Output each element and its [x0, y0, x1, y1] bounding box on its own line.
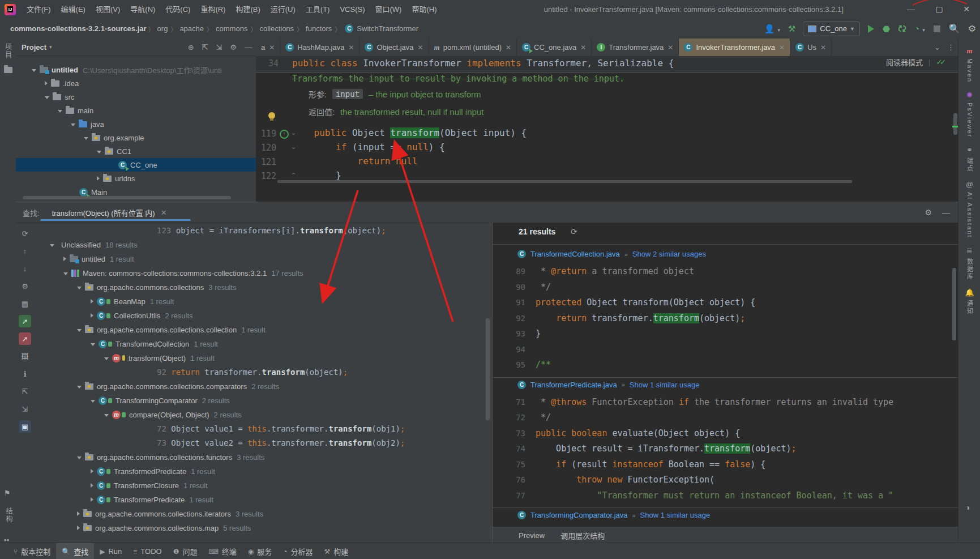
- menu-B[interactable]: 构建(B): [230, 0, 265, 19]
- find-tree-row[interactable]: CCollectionUtils2 results: [91, 309, 193, 322]
- tab-options-kebab-icon[interactable]: ⋮: [947, 43, 955, 52]
- run-icon[interactable]: [868, 25, 874, 33]
- tree-vertical-scrollbar[interactable]: [486, 318, 490, 420]
- find-tree-row[interactable]: CTransformerClosure1 result: [91, 479, 208, 492]
- project-tree-row[interactable]: CCC_one: [16, 158, 256, 172]
- structure-stripe-tab[interactable]: 结构: [4, 507, 14, 525]
- preview-tab-Preview[interactable]: Preview: [519, 531, 545, 540]
- debug-icon[interactable]: ⬣: [883, 24, 890, 34]
- status-item-分析器[interactable]: ◔分析器: [277, 543, 318, 559]
- chevron-collapsed-icon[interactable]: [91, 299, 93, 304]
- find-tree-row[interactable]: CTransformedPredicate1 result: [91, 464, 215, 478]
- find-tree-row[interactable]: org.apache.commons.collections.map5 resu…: [77, 521, 251, 535]
- chevron-expanded-icon[interactable]: [104, 357, 109, 360]
- stripe-item-PsViewer[interactable]: ✺PsViewer: [958, 91, 980, 138]
- info-icon[interactable]: ℹ: [19, 368, 31, 380]
- chevron-expanded-icon[interactable]: [71, 123, 75, 126]
- code-line-120[interactable]: if (input == null) {: [292, 142, 445, 152]
- preview-toggle-icon[interactable]: ▣: [19, 420, 31, 433]
- chevron-expanded-icon[interactable]: [77, 386, 82, 389]
- maximize-button[interactable]: ▢: [927, 0, 952, 19]
- chevron-collapsed-icon[interactable]: [45, 81, 48, 86]
- rerun-icon[interactable]: ⟳: [19, 227, 31, 240]
- close-icon[interactable]: ✕: [269, 44, 275, 52]
- code-line-122[interactable]: }: [292, 170, 341, 181]
- find-tree-row[interactable]: untitled1 result: [63, 252, 134, 266]
- usage-code-row[interactable]: 73 Object value2 = this.transformer.tran…: [157, 436, 405, 450]
- code-line-119[interactable]: public Object transform(Object input) {: [292, 127, 527, 138]
- project-tree-row[interactable]: CC1: [16, 144, 256, 158]
- usage-code-row[interactable]: 92 return transformer.transform(object);: [157, 365, 348, 379]
- close-button[interactable]: ✕: [954, 0, 979, 19]
- close-icon[interactable]: ✕: [667, 44, 673, 52]
- chevron-expanded-icon[interactable]: [77, 287, 82, 289]
- editor-tab[interactable]: ITransformer.java✕: [592, 39, 679, 56]
- usage-file-link[interactable]: TransformingComparator.java: [530, 511, 627, 519]
- find-tree-row[interactable]: CTransformingComparator2 results: [91, 394, 230, 407]
- user-icon[interactable]: 👤▾: [764, 24, 780, 34]
- status-item-终端[interactable]: ⌨终端: [203, 543, 242, 559]
- code-line-34[interactable]: public class InvokerTransformer implemen…: [292, 58, 674, 69]
- next-occurrence-icon[interactable]: ↓: [19, 262, 31, 275]
- collapse-all-icon[interactable]: ⇲: [216, 43, 222, 52]
- settings-icon[interactable]: ⚙: [230, 43, 237, 52]
- chevron-collapsed-icon[interactable]: [77, 526, 80, 530]
- usage-file-link[interactable]: TransformerPredicate.java: [530, 381, 617, 389]
- code-line-121[interactable]: return null: [292, 156, 418, 167]
- find-tree-row[interactable]: mtransform(Object)1 result: [104, 351, 215, 365]
- close-icon[interactable]: ✕: [820, 44, 826, 52]
- breadcrumb-item[interactable]: org: [157, 24, 168, 33]
- menu-V[interactable]: 视图(V): [91, 0, 125, 19]
- pin-results-icon[interactable]: ➚: [19, 332, 31, 345]
- editor-tab[interactable]: CCC_one.java✕: [517, 39, 592, 56]
- project-tree-row[interactable]: main: [16, 104, 256, 117]
- chevron-expanded-icon[interactable]: [32, 69, 36, 72]
- project-tree-row[interactable]: org.example: [16, 131, 256, 144]
- status-item-构建[interactable]: ⚒构建: [319, 543, 354, 559]
- chevron-expanded-icon[interactable]: [63, 272, 68, 275]
- settings-icon[interactable]: ⚙: [19, 280, 31, 292]
- folder-icon[interactable]: [4, 67, 12, 73]
- open-in-new-tab-icon[interactable]: ➚: [19, 315, 31, 327]
- close-icon[interactable]: ✕: [506, 44, 511, 52]
- find-tree-row[interactable]: CTransformedCollection1 result: [91, 337, 218, 351]
- chevron-expanded-icon[interactable]: [58, 110, 62, 113]
- menu-H[interactable]: 帮助(H): [406, 0, 442, 19]
- override-method-icon[interactable]: ↑: [280, 130, 289, 139]
- menu-R[interactable]: 重构(R): [195, 0, 230, 19]
- stripe-item-通知[interactable]: 🔔通知: [958, 288, 980, 315]
- menu-F[interactable]: 文件(F): [22, 0, 56, 19]
- chevron-expanded-icon[interactable]: [45, 96, 49, 99]
- show-similar-usages-link[interactable]: Show 2 similar usages: [632, 250, 706, 258]
- locate-icon[interactable]: ⊕: [188, 43, 194, 52]
- project-tree-row[interactable]: java: [16, 117, 256, 131]
- usage-code-row[interactable]: 72 Object value1 = this.transformer.tran…: [157, 422, 405, 436]
- chevron-expanded-icon[interactable]: [104, 414, 109, 417]
- breadcrumb-class[interactable]: SwitchTransformer: [357, 24, 418, 33]
- breadcrumb-jar[interactable]: commons-collections-3.2.1-sources.jar: [10, 24, 147, 33]
- breadcrumb-item[interactable]: apache: [179, 24, 204, 33]
- stripe-item-Maven[interactable]: mMaven: [958, 46, 980, 83]
- chevron-expanded-icon[interactable]: [77, 456, 82, 459]
- editor-tab[interactable]: a✕: [256, 39, 280, 56]
- menu-E[interactable]: 编辑(E): [56, 0, 91, 19]
- breadcrumb-item[interactable]: functors: [306, 24, 332, 33]
- find-tree-row[interactable]: org.apache.commons.collections.collectio…: [77, 323, 266, 336]
- chevron-collapsed-icon[interactable]: [97, 176, 100, 181]
- close-icon[interactable]: ✕: [161, 208, 167, 217]
- chevron-collapsed-icon[interactable]: [91, 469, 93, 473]
- chevron-expanded-icon[interactable]: [84, 137, 88, 140]
- close-icon[interactable]: ✕: [418, 44, 423, 52]
- preview-tab-调用层次结构[interactable]: 调用层次结构: [560, 530, 605, 541]
- chevron-expanded-icon[interactable]: [77, 329, 82, 332]
- stripe-item-AI Assistant[interactable]: @AI Assistant: [958, 180, 980, 238]
- stop-icon[interactable]: [934, 25, 940, 32]
- show-similar-usages-link[interactable]: Show 1 similar usage: [640, 511, 711, 519]
- find-tree-row[interactable]: org.apache.commons.collections.functors3…: [77, 450, 264, 464]
- find-tree-row[interactable]: Maven: commons-collections:commons-colle…: [63, 266, 303, 280]
- expand-all-icon[interactable]: ⇱: [202, 43, 208, 52]
- project-tree-row[interactable]: urldns: [16, 172, 256, 185]
- hide-icon[interactable]: —: [942, 208, 950, 217]
- find-tree-row[interactable]: org.apache.commons.collections3 results: [77, 280, 236, 294]
- status-item-服务[interactable]: ◉服务: [242, 543, 278, 559]
